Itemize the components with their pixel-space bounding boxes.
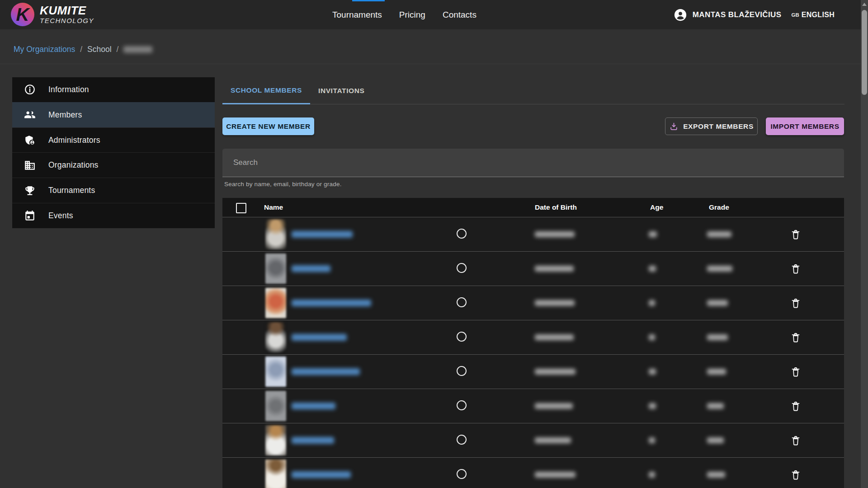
member-age-redacted [649, 472, 655, 478]
tab-invitations[interactable]: INVITATIONS [310, 77, 373, 104]
member-name-link-redacted[interactable] [292, 265, 330, 272]
sidebar-item-label: Administrators [48, 136, 100, 145]
breadcrumb-my-organizations[interactable]: My Organizations [14, 45, 75, 54]
breadcrumb-separator: / [117, 45, 119, 54]
column-header-dob: Date of Birth [535, 198, 577, 217]
member-dob-redacted [535, 300, 575, 306]
sidebar-item-events[interactable]: Events [12, 203, 215, 228]
delete-member-button[interactable] [785, 464, 807, 486]
sidebar-item-administrators[interactable]: Administrators [12, 127, 215, 153]
calendar-icon [24, 210, 36, 222]
loading-indicator-bar [352, 0, 385, 1]
download-icon [669, 122, 679, 131]
member-grade-redacted [707, 437, 724, 443]
member-age-redacted [649, 300, 655, 306]
sidebar-item-information[interactable]: Information [12, 77, 215, 102]
row-select-radio[interactable] [457, 400, 467, 410]
sidebar-item-organizations[interactable]: Organizations [12, 152, 215, 178]
user-menu[interactable]: MANTAS BLAŽEVIČIUS GB ENGLISH [674, 0, 835, 29]
main-content: SCHOOL MEMBERSINVITATIONS CREATE NEW MEM… [222, 77, 844, 488]
breadcrumb-school[interactable]: School [87, 45, 112, 54]
breadcrumb-separator: / [80, 45, 82, 54]
member-dob-redacted [535, 266, 574, 272]
export-members-button[interactable]: EXPORT MEMBERS [665, 117, 758, 135]
row-select-radio[interactable] [457, 435, 467, 445]
search-input[interactable]: Search [222, 149, 844, 177]
row-select-radio[interactable] [457, 366, 467, 376]
delete-member-button[interactable] [785, 361, 807, 383]
delete-member-button[interactable] [785, 327, 807, 348]
scrollbar-thumb[interactable] [862, 10, 867, 95]
column-header-age: Age [650, 198, 663, 217]
trophy-icon [24, 185, 36, 197]
member-avatar-photo [265, 219, 286, 249]
delete-member-button[interactable] [785, 224, 807, 245]
member-avatar-photo [265, 391, 286, 421]
delete-member-button[interactable] [785, 395, 807, 417]
column-header-grade: Grade [709, 198, 729, 217]
delete-member-button[interactable] [785, 292, 807, 314]
row-select-radio[interactable] [457, 229, 467, 239]
tab-school-members[interactable]: SCHOOL MEMBERS [222, 77, 310, 104]
import-members-button[interactable]: IMPORT MEMBERS [766, 117, 844, 135]
info-icon [24, 84, 36, 95]
kumite-logo-icon: K [11, 3, 34, 26]
member-name-link-redacted[interactable] [292, 231, 353, 238]
member-age-redacted [649, 266, 656, 272]
delete-member-button[interactable] [785, 258, 807, 280]
select-all-checkbox[interactable] [236, 203, 246, 213]
brand-name: KUMITE [40, 5, 94, 17]
member-grade-redacted [707, 369, 726, 375]
language-code: GB [792, 12, 799, 18]
member-name-link-redacted[interactable] [292, 471, 351, 478]
member-table-row [222, 286, 844, 320]
page-scrollbar[interactable] [861, 0, 868, 488]
member-avatar-photo [265, 425, 286, 455]
sidebar-item-label: Events [48, 211, 73, 221]
top-navbar: K KUMITE TECHNOLOGY TournamentsPricingCo… [0, 0, 861, 29]
create-new-member-button[interactable]: CREATE NEW MEMBER [222, 117, 314, 135]
nav-link-contacts[interactable]: Contacts [443, 10, 476, 20]
admin-shield-icon [24, 134, 36, 146]
member-table-row [222, 457, 844, 488]
member-age-redacted [649, 437, 655, 443]
member-name-link-redacted[interactable] [292, 437, 334, 444]
language-selector[interactable]: GB ENGLISH [792, 11, 835, 19]
nav-link-pricing[interactable]: Pricing [399, 10, 425, 20]
row-select-radio[interactable] [457, 332, 467, 342]
member-avatar-photo [265, 460, 286, 488]
breadcrumb: My Organizations / School / [14, 45, 152, 54]
sidebar-menu: InformationMembersAdministratorsOrganiza… [12, 77, 215, 228]
user-name: MANTAS BLAŽEVIČIUS [693, 10, 782, 19]
row-select-radio[interactable] [457, 297, 467, 307]
row-select-radio[interactable] [457, 263, 467, 273]
member-age-redacted [649, 403, 656, 409]
row-select-radio[interactable] [457, 469, 467, 479]
language-name: ENGLISH [802, 11, 835, 19]
member-grade-redacted [707, 403, 724, 409]
scrollbar-up-arrow-icon[interactable] [862, 3, 867, 6]
action-row: CREATE NEW MEMBER EXPORT MEMBERS IMPORT … [222, 117, 844, 135]
delete-member-button[interactable] [785, 430, 807, 451]
member-avatar-photo [265, 253, 286, 284]
building-icon [24, 160, 36, 171]
account-avatar-icon [674, 8, 687, 22]
brand-logo[interactable]: K KUMITE TECHNOLOGY [11, 3, 94, 26]
sidebar-item-members[interactable]: Members [12, 102, 215, 127]
nav-link-tournaments[interactable]: Tournaments [332, 10, 382, 20]
sidebar-item-tournaments[interactable]: Tournaments [12, 178, 215, 203]
member-name-link-redacted[interactable] [292, 334, 347, 341]
member-age-redacted [649, 231, 657, 237]
member-name-link-redacted[interactable] [292, 403, 335, 409]
member-avatar-photo [265, 357, 286, 387]
member-grade-redacted [707, 231, 731, 237]
member-dob-redacted [535, 334, 574, 340]
search-helper-text: Search by name, email, birthday or grade… [222, 181, 844, 188]
member-age-redacted [649, 369, 656, 375]
brand-subtitle: TECHNOLOGY [40, 17, 94, 24]
member-name-link-redacted[interactable] [292, 300, 371, 306]
member-dob-redacted [535, 231, 575, 237]
member-name-link-redacted[interactable] [292, 368, 360, 375]
member-grade-redacted [707, 266, 732, 272]
column-header-name: Name [264, 198, 283, 217]
